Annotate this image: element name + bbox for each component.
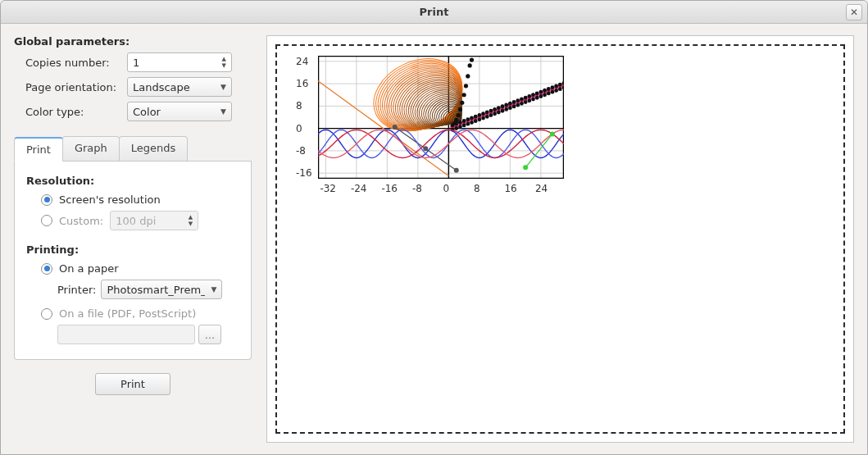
svg-point-107 <box>481 111 485 116</box>
svg-point-60 <box>454 118 458 122</box>
svg-point-139 <box>489 113 493 117</box>
tab-graph[interactable]: Graph <box>62 136 120 161</box>
printing-paper-label: On a paper <box>59 262 119 275</box>
svg-point-135 <box>474 119 478 123</box>
x-tick-label: 24 <box>535 183 548 194</box>
svg-point-118 <box>524 96 528 100</box>
svg-point-127 <box>558 83 562 87</box>
svg-point-147 <box>520 102 524 106</box>
svg-point-144 <box>508 106 512 110</box>
printing-paper-row[interactable]: On a paper <box>41 262 239 275</box>
radio-file[interactable] <box>41 308 52 320</box>
svg-point-150 <box>531 98 535 102</box>
file-path-row: ... <box>57 325 239 344</box>
y-tick-label: 0 <box>296 123 302 134</box>
svg-point-157 <box>558 87 562 91</box>
svg-point-115 <box>512 100 516 104</box>
orientation-row: Page orientation: Landscape ▼ <box>14 77 252 97</box>
print-button-wrap: Print <box>14 373 252 395</box>
spinner-arrows-icon: ▲▼ <box>222 57 226 69</box>
printer-combo[interactable]: Photosmart_Prem_C ▼ <box>101 280 222 299</box>
resolution-screen-row[interactable]: Screen's resolution <box>41 193 239 206</box>
svg-point-121 <box>535 91 539 95</box>
chart-plot <box>318 56 564 179</box>
global-heading: Global parameters: <box>14 35 252 48</box>
tabbar: Print Graph Legends <box>14 136 252 162</box>
preview-panel: -32-24-16-8081624-16-8081624 <box>266 35 854 443</box>
x-tick-label: 0 <box>443 183 449 194</box>
copies-value: 1 <box>133 57 222 69</box>
print-button[interactable]: Print <box>95 373 170 395</box>
tab-legends[interactable]: Legends <box>119 136 189 161</box>
svg-point-106 <box>477 113 481 117</box>
svg-point-158 <box>562 85 564 89</box>
svg-point-124 <box>547 87 551 91</box>
svg-point-143 <box>504 107 508 111</box>
chevron-down-icon: ▼ <box>211 285 216 293</box>
svg-point-123 <box>543 89 547 93</box>
svg-point-112 <box>501 104 505 108</box>
y-tick-label: -16 <box>296 167 312 179</box>
svg-point-63 <box>460 101 464 105</box>
copies-label: Copies number: <box>14 57 120 69</box>
svg-point-62 <box>458 107 462 111</box>
svg-point-148 <box>524 100 528 104</box>
orientation-value: Landscape <box>133 81 190 93</box>
svg-point-105 <box>474 115 478 119</box>
resolution-custom-row[interactable]: Custom: 100 dpi ▲▼ <box>41 211 239 230</box>
svg-point-104 <box>470 116 474 121</box>
colortype-combo[interactable]: Color ▼ <box>127 102 232 121</box>
radio-custom[interactable] <box>41 215 52 226</box>
radio-screen[interactable] <box>41 194 52 206</box>
x-tick-label: -32 <box>320 183 336 194</box>
close-button[interactable]: ✕ <box>846 4 862 20</box>
svg-point-111 <box>497 106 501 110</box>
svg-point-117 <box>520 98 524 102</box>
svg-point-57 <box>423 146 428 151</box>
colortype-row: Color type: Color ▼ <box>14 102 252 121</box>
svg-point-109 <box>489 109 493 113</box>
content-area: Global parameters: Copies number: 1 ▲▼ P… <box>1 24 867 454</box>
file-path-field <box>57 325 195 344</box>
svg-point-56 <box>454 168 459 173</box>
radio-paper[interactable] <box>41 263 52 275</box>
tab-print-body: Resolution: Screen's resolution Custom: … <box>14 162 252 360</box>
svg-point-126 <box>554 84 558 89</box>
x-tick-label: 16 <box>504 183 516 194</box>
copies-spinbox[interactable]: 1 ▲▼ <box>127 52 232 72</box>
svg-point-131 <box>458 125 462 129</box>
svg-point-119 <box>527 94 531 98</box>
svg-point-154 <box>547 92 551 96</box>
colortype-label: Color type: <box>14 106 120 118</box>
tab-print[interactable]: Print <box>14 137 63 162</box>
custom-dpi-value: 100 dpi <box>116 215 189 227</box>
x-tick-label: 8 <box>474 183 480 194</box>
printer-value: Photosmart_Prem_C <box>107 284 205 296</box>
svg-point-103 <box>466 117 470 121</box>
svg-point-101 <box>458 121 462 125</box>
svg-point-110 <box>493 107 497 111</box>
resolution-custom-label: Custom: <box>59 215 103 227</box>
spinner-arrows-icon: ▲▼ <box>189 215 193 227</box>
orientation-label: Page orientation: <box>14 81 120 93</box>
svg-point-67 <box>468 63 472 67</box>
svg-point-133 <box>466 122 470 126</box>
svg-point-137 <box>481 116 485 121</box>
svg-point-116 <box>516 98 520 102</box>
svg-point-156 <box>554 89 558 93</box>
svg-point-155 <box>551 90 555 94</box>
printing-file-row[interactable]: On a file (PDF, PostScript) <box>41 307 239 320</box>
svg-point-146 <box>516 103 520 107</box>
printer-row: Printer: Photosmart_Prem_C ▼ <box>57 280 239 299</box>
orientation-combo[interactable]: Landscape ▼ <box>127 77 232 97</box>
svg-point-160 <box>550 131 555 136</box>
close-icon: ✕ <box>850 7 858 18</box>
chevron-down-icon: ▼ <box>220 83 226 91</box>
svg-point-66 <box>466 74 470 78</box>
svg-point-138 <box>485 115 489 119</box>
svg-point-159 <box>523 165 528 170</box>
svg-point-68 <box>470 58 474 62</box>
svg-point-136 <box>477 117 481 121</box>
x-tick-label: -24 <box>351 183 367 194</box>
browse-button[interactable]: ... <box>198 325 221 344</box>
